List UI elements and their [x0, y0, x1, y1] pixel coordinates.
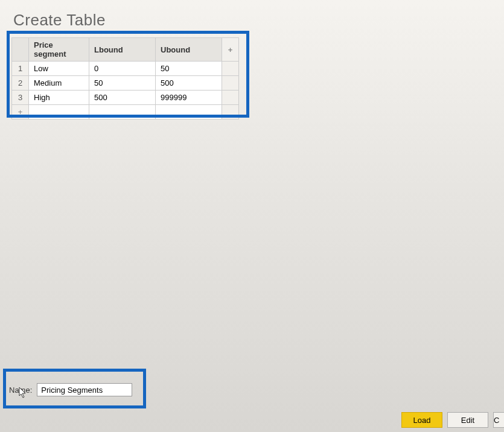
column-header-segment[interactable]: Price segment: [29, 38, 89, 62]
table-header-row: Price segment Lbound Ubound +: [12, 38, 239, 62]
add-row-button[interactable]: +: [12, 105, 29, 119]
row-number: 3: [12, 91, 29, 105]
table-row[interactable]: 3 High 500 999999: [12, 91, 239, 105]
cell-lbound[interactable]: 50: [89, 76, 156, 91]
empty-cell[interactable]: [89, 105, 156, 119]
cell-lbound[interactable]: 500: [89, 91, 156, 105]
table-name-input[interactable]: [37, 383, 132, 396]
row-extra-cell: [222, 91, 239, 105]
row-extra-cell: [222, 76, 239, 91]
cell-segment[interactable]: Medium: [29, 76, 89, 91]
empty-cell[interactable]: [29, 105, 89, 119]
dialog-header: Create Table: [0, 0, 504, 30]
column-header-ubound[interactable]: Ubound: [156, 38, 222, 62]
row-number: 2: [12, 76, 29, 91]
table-name-field-group: Name:: [9, 383, 132, 396]
add-column-button[interactable]: +: [222, 38, 239, 62]
cell-lbound[interactable]: 0: [89, 62, 156, 76]
name-label: Name:: [9, 386, 32, 395]
cell-ubound[interactable]: 500: [156, 76, 222, 91]
cell-ubound[interactable]: 999999: [156, 91, 222, 105]
load-button[interactable]: Load: [401, 412, 442, 428]
empty-cell: [222, 105, 239, 119]
empty-cell[interactable]: [156, 105, 222, 119]
column-header-lbound[interactable]: Lbound: [89, 38, 156, 62]
data-entry-table[interactable]: Price segment Lbound Ubound + 1 Low 0 50…: [11, 37, 239, 119]
table-row[interactable]: 1 Low 0 50: [12, 62, 239, 76]
row-number-header: [12, 38, 29, 62]
row-extra-cell: [222, 62, 239, 76]
table-row[interactable]: 2 Medium 50 500: [12, 76, 239, 91]
dialog-button-bar: Load Edit C: [401, 412, 504, 428]
dialog-title: Create Table: [13, 11, 504, 30]
edit-button[interactable]: Edit: [447, 412, 488, 428]
cancel-button[interactable]: C: [493, 412, 504, 428]
cell-ubound[interactable]: 50: [156, 62, 222, 76]
row-number: 1: [12, 62, 29, 76]
cell-segment[interactable]: High: [29, 91, 89, 105]
add-row[interactable]: +: [12, 105, 239, 119]
cell-segment[interactable]: Low: [29, 62, 89, 76]
